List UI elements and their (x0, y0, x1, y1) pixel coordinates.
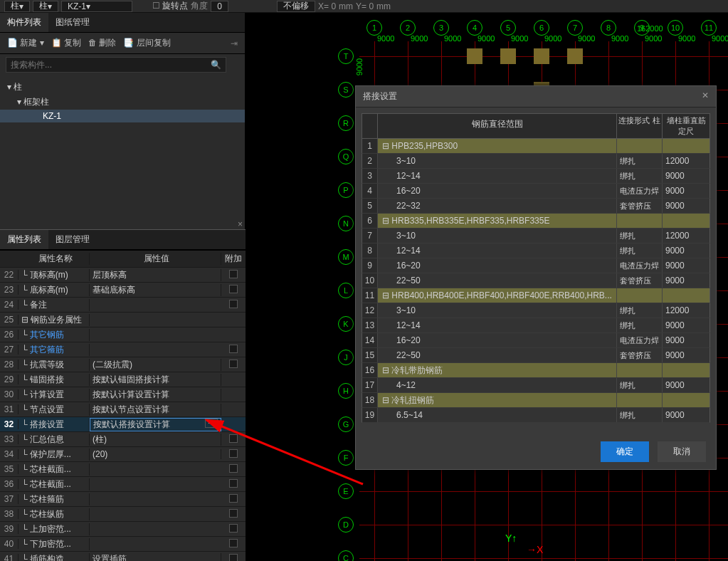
left-panel: 构件列表 图纸管理 📄 新建 ▾ 📋 复制 🗑 删除 📑 层间复制 ⇥ 🔍 ▾ … (0, 13, 246, 561)
category-select-1[interactable]: 柱 ▾ (4, 1, 30, 12)
property-row[interactable]: 28└ 抗震等级(二级抗震) (0, 357, 246, 372)
tree-node-frame-column[interactable]: ▾ 框架柱 (7, 95, 238, 110)
dialog-row[interactable]: 1022~50套管挤压9000 (362, 273, 710, 288)
search-input[interactable] (6, 57, 226, 73)
property-row[interactable]: 37└ 芯柱箍筋 (0, 492, 246, 507)
close-icon[interactable]: × (238, 219, 243, 229)
property-row[interactable]: 32└ 搭接设置按默认搭接设置计算⋯ (0, 417, 246, 432)
property-row[interactable]: 41└ 插筋构造设置插筋 (0, 552, 246, 561)
property-row[interactable]: 39└ 上加密范... (0, 522, 246, 537)
property-row[interactable]: 30└ 计算设置按默认计算设置计算 (0, 387, 246, 402)
dialog-row[interactable]: 18⊟ 冷轧扭钢筋 (362, 393, 710, 408)
property-panel: × 属性列表 图层管理 属性名称 属性值 附加 22└ 顶标高(m)层顶标高23… (0, 229, 246, 561)
component-select[interactable]: KZ-1 ▾ (61, 1, 132, 12)
dialog-row[interactable]: 11⊟ HRB400,HRB400E,HRBF400,HRBF400E,RRB4… (362, 288, 710, 303)
tab-component-list[interactable]: 构件列表 (0, 13, 48, 32)
expand-icon[interactable]: ⇥ (231, 38, 238, 48)
dialog-row[interactable]: 1⊟ HPB235,HPB300 (362, 139, 710, 154)
property-row[interactable]: 36└ 芯柱截面... (0, 477, 246, 492)
property-row[interactable]: 35└ 芯柱截面... (0, 462, 246, 477)
tab-drawing-manage[interactable]: 图纸管理 (48, 13, 97, 32)
dialog-row[interactable]: 123~10绑扎12000 (362, 303, 710, 318)
category-select-2[interactable]: 柱 ▾ (33, 1, 58, 12)
dialog-row[interactable]: 522~32套管挤压9000 (362, 199, 710, 214)
dialog-row[interactable]: 812~14绑扎9000 (362, 243, 710, 258)
dialog-row[interactable]: 16⊟ 冷轧带肋钢筋 (362, 363, 710, 378)
property-row[interactable]: 33└ 汇总信息(柱) (0, 432, 246, 447)
dialog-row[interactable]: 312~14绑扎9000 (362, 169, 710, 184)
property-row[interactable]: 24└ 备注 (0, 298, 246, 313)
axis-indicator: Y↑→X (505, 533, 543, 555)
delete-button[interactable]: 🗑 删除 (88, 37, 116, 49)
component-toolbar: 📄 新建 ▾ 📋 复制 🗑 删除 📑 层间复制 ⇥ (0, 33, 245, 54)
property-row[interactable]: 23└ 底标高(m)基础底标高 (0, 283, 246, 298)
dialog-row[interactable]: 196.5~14绑扎9000 (362, 408, 710, 423)
dialog-row[interactable]: 416~20电渣压力焊9000 (362, 184, 710, 199)
property-row[interactable]: 38└ 芯柱纵筋 (0, 507, 246, 522)
dialog-row[interactable]: 1312~14绑扎9000 (362, 318, 710, 333)
property-row[interactable]: 27└ 其它箍筋 (0, 342, 246, 357)
dialog-row[interactable]: 916~20电渣压力焊9000 (362, 258, 710, 273)
dialog-title: 搭接设置 (363, 90, 397, 103)
tab-property-list[interactable]: 属性列表 (0, 230, 48, 249)
tab-layer-manage[interactable]: 图层管理 (48, 230, 97, 249)
dialog-row[interactable]: 174~12绑扎9000 (362, 378, 710, 393)
rotate-label: ☐ 旋转点 (152, 0, 188, 12)
ok-button[interactable]: 确定 (601, 441, 649, 462)
property-row[interactable]: 29└ 锚固搭接按默认锚固搭接计算 (0, 372, 246, 387)
dialog-row[interactable]: 1522~50套管挤压9000 (362, 348, 710, 363)
dialog-row[interactable]: 23~10绑扎12000 (362, 154, 710, 169)
offset-select[interactable]: 不偏移 (277, 1, 315, 12)
property-row[interactable]: 34└ 保护层厚...(20) (0, 447, 246, 462)
property-row[interactable]: 26└ 其它钢筋 (0, 327, 246, 342)
dialog-close-icon[interactable]: ✕ (702, 90, 709, 103)
property-grid: 属性名称 属性值 附加 22└ 顶标高(m)层顶标高23└ 底标高(m)基础底标… (0, 250, 246, 561)
layer-copy-button[interactable]: 📑 层间复制 (123, 37, 170, 49)
dialog-row[interactable]: 6⊟ HRB335,HRB335E,HRBF335,HRBF335E (362, 214, 710, 229)
tree-node-column[interactable]: ▾ 柱 (7, 80, 238, 95)
property-row[interactable]: 31└ 节点设置按默认节点设置计算 (0, 402, 246, 417)
dialog-row[interactable]: 73~10绑扎12000 (362, 229, 710, 243)
dialog-row[interactable]: 1416~20电渣压力焊9000 (362, 333, 710, 348)
property-row[interactable]: 40└ 下加密范... (0, 537, 246, 552)
top-toolbar: 柱 ▾ 柱 ▾ KZ-1 ▾ ☐ 旋转点 角度 0 不偏移 X= 0 mm Y=… (0, 0, 728, 13)
component-tree: ▾ 柱 ▾ 框架柱 KZ-1 (0, 75, 245, 127)
new-button[interactable]: 📄 新建 ▾ (7, 37, 44, 49)
cancel-button[interactable]: 取消 (658, 441, 706, 462)
copy-button[interactable]: 📋 复制 (51, 37, 81, 49)
property-row[interactable]: 25⊟ 钢筋业务属性 (0, 313, 246, 327)
search-icon[interactable]: 🔍 (211, 60, 221, 70)
property-row[interactable]: 22└ 顶标高(m)层顶标高 (0, 268, 246, 283)
component-tabs: 构件列表 图纸管理 (0, 13, 245, 33)
tree-node-kz1[interactable]: KZ-1 (0, 110, 245, 122)
edit-dots-button[interactable]: ⋯ (205, 419, 218, 428)
lap-setting-dialog: 搭接设置 ✕ 钢筋直径范围 连接形式 柱 墙柱垂直筋 定尺 1⊟ HPB235,… (355, 85, 717, 470)
